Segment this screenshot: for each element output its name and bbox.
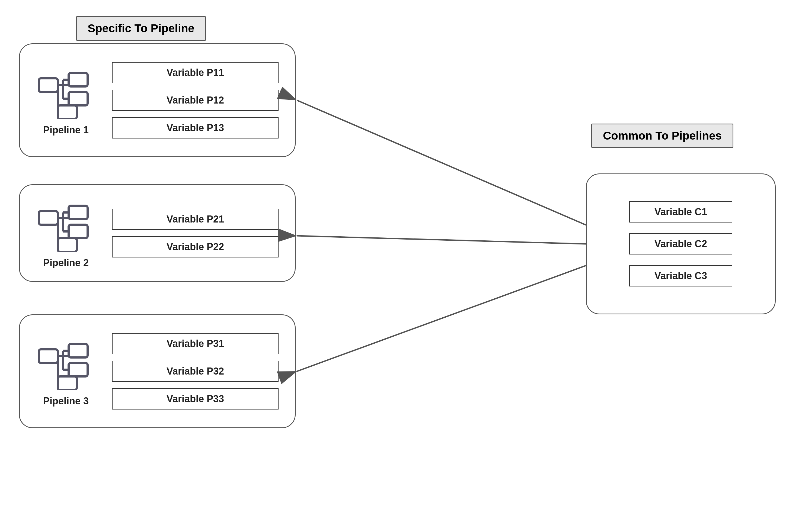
pipeline3-label: Pipeline 3 [43,395,89,407]
pipeline1-variables: Variable P11 Variable P12 Variable P13 [112,62,278,138]
svg-rect-2 [69,73,88,87]
variable-p13: Variable P13 [112,117,278,138]
pipeline2-box: Pipeline 2 Variable P21 Variable P22 [19,184,296,282]
variable-p12: Variable P12 [112,90,278,111]
svg-rect-11 [69,206,88,219]
variable-p33: Variable P33 [112,388,278,410]
pipeline3-svg-icon [36,336,96,390]
pipeline3-box: Pipeline 3 Variable P31 Variable P32 Var… [19,315,296,428]
pipeline3-variables: Variable P31 Variable P32 Variable P33 [112,333,278,410]
variable-p32: Variable P32 [112,361,278,382]
svg-rect-9 [39,211,58,225]
pipeline1-svg-icon [36,65,96,119]
specific-pipeline-label: Specific To Pipeline [76,16,206,41]
variable-p31: Variable P31 [112,333,278,354]
variable-p21: Variable P21 [112,209,278,230]
page-container: Specific To Pipeline Common To Pipelines… [0,0,802,532]
svg-rect-12 [69,225,88,238]
svg-rect-20 [69,344,88,358]
svg-rect-3 [69,92,88,106]
variable-p11: Variable P11 [112,62,278,83]
arrow-to-pipeline1 [297,100,586,225]
pipeline1-icon-group: Pipeline 1 [36,65,96,136]
pipeline2-icon-group: Pipeline 2 [36,197,96,269]
svg-rect-21 [69,363,88,377]
common-pipelines-label: Common To Pipelines [591,124,733,148]
specific-label-text: Specific To Pipeline [88,22,195,35]
pipeline1-label: Pipeline 1 [43,125,89,136]
common-label-text: Common To Pipelines [603,129,722,142]
svg-rect-8 [58,106,77,119]
pipeline3-icon-group: Pipeline 3 [36,336,96,407]
pipeline2-variables: Variable P21 Variable P22 [112,209,278,258]
arrow-to-pipeline2 [297,236,586,244]
pipeline2-label: Pipeline 2 [43,257,89,269]
variable-p22: Variable P22 [112,236,278,258]
pipeline2-svg-icon [36,197,96,252]
variable-c1: Variable C1 [629,201,732,223]
variable-c3: Variable C3 [629,265,732,286]
svg-rect-26 [58,377,77,390]
variable-c2: Variable C2 [629,233,732,254]
svg-rect-0 [39,78,58,92]
svg-rect-17 [58,238,77,252]
arrow-to-pipeline3 [297,266,586,371]
pipeline1-box: Pipeline 1 Variable P11 Variable P12 Var… [19,43,296,157]
svg-rect-18 [39,349,58,363]
common-variables-box: Variable C1 Variable C2 Variable C3 [586,173,776,315]
